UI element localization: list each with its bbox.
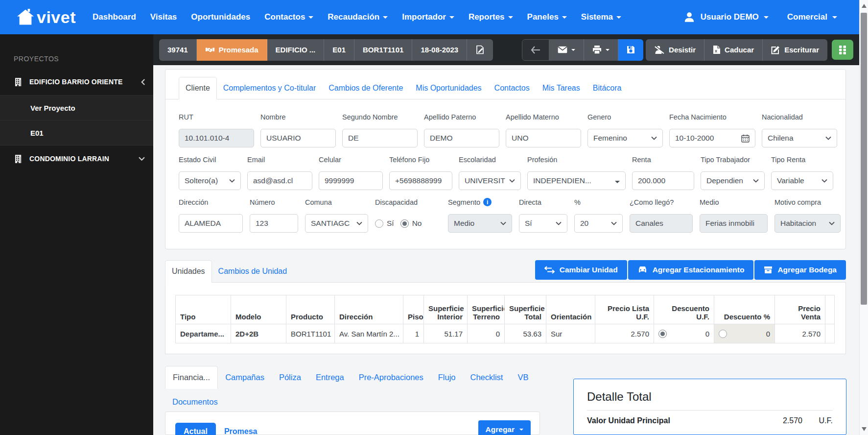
nombre-input[interactable]: USUARIO <box>260 129 336 147</box>
genero-select[interactable]: Femenino <box>587 129 663 147</box>
tel-fono-fijo-input[interactable]: +5698888999 <box>389 171 452 190</box>
nav-item-visitas[interactable]: Visitas <box>150 12 177 22</box>
comuna-select[interactable]: SANTIAGC <box>305 214 368 233</box>
sidebar-project-1[interactable]: EDIFICIO BARRIO ORIENTE <box>0 69 153 95</box>
desistir-button[interactable]: Desistir <box>646 39 704 61</box>
tab-checklist[interactable]: Checklist <box>463 366 511 388</box>
agregar-estacionamiento-button[interactable]: Agregar Estacionamiento <box>628 260 754 280</box>
sidebar-item-ver-proyecto[interactable]: Ver Proyecto <box>0 96 153 121</box>
tipo-trabajador-select[interactable]: Dependien <box>701 171 765 190</box>
medio-input[interactable]: Ferias inmobili <box>700 214 768 233</box>
%-select[interactable]: 20 <box>574 214 623 233</box>
tab-entrega[interactable]: Entrega <box>308 366 352 388</box>
rut-input[interactable]: 10.101.010-4 <box>179 129 254 147</box>
apellido-materno-input[interactable]: UNO <box>506 129 581 147</box>
tab-complementos-y-co-titular[interactable]: Complementos y Co-titular <box>217 77 322 99</box>
motivo-compra-select[interactable]: Habitacion <box>774 214 841 233</box>
unit-cell: 51.17 <box>424 324 468 343</box>
nav-item-importador[interactable]: Importador <box>402 12 454 22</box>
escolaridad-select[interactable]: UNIVERSIT <box>459 171 521 190</box>
toolbar-segment-39741[interactable]: 39741 <box>159 39 197 61</box>
unit-row[interactable]: Departame...2D+2BBOR1T1101Av. San Martín… <box>176 324 835 343</box>
nav-item-reportes[interactable]: Reportes <box>469 12 513 22</box>
toolbar-edit-button[interactable] <box>467 39 493 61</box>
como-lleg-input[interactable]: Canales <box>630 214 693 233</box>
pill-promesa[interactable]: Promesa <box>216 423 266 435</box>
page-scrollbar[interactable] <box>859 0 868 435</box>
tab-pre-aprobaciones[interactable]: Pre-Aprobaciones <box>352 366 431 388</box>
tab-mis-tareas[interactable]: Mis Tareas <box>536 77 586 99</box>
field-value: ALAMEDA <box>185 219 237 228</box>
segundo-nombre-input[interactable]: DE <box>342 129 418 147</box>
agregar-bodega-button[interactable]: Agregar Bodega <box>754 260 846 280</box>
caducar-button[interactable]: xCaducar <box>704 39 763 61</box>
apps-button[interactable] <box>832 40 853 60</box>
discapacidad-radio-no[interactable] <box>400 219 409 228</box>
sidebar-project-2[interactable]: CONDOMINIO LARRAIN <box>0 145 153 172</box>
tab-cambios-de-unidad[interactable]: Cambios de Unidad <box>212 261 294 282</box>
tab-p-liza[interactable]: Póliza <box>272 366 308 388</box>
tipo-renta-select[interactable]: Variable <box>771 171 833 190</box>
nacionalidad-select[interactable]: Chilena <box>762 129 837 147</box>
escriturar-button[interactable]: Escriturar <box>763 39 827 61</box>
apellido-paterno-input[interactable]: DEMO <box>424 129 499 147</box>
tab-campa-as[interactable]: Campañas <box>218 366 272 388</box>
field-value: 9999999 <box>325 176 377 185</box>
cambiar-unidad-button[interactable]: Cambiar Unidad <box>535 260 627 280</box>
segmento-select[interactable]: Medio <box>448 214 512 233</box>
email-button[interactable] <box>549 39 584 61</box>
celular-input[interactable]: 9999999 <box>319 171 383 190</box>
n-mero-input[interactable]: 123 <box>250 214 298 233</box>
nav-item-paneles[interactable]: Paneles <box>527 12 567 22</box>
nav-item-dashboard[interactable]: Dashboard <box>93 12 136 22</box>
field-value: Variable <box>777 176 820 185</box>
tab-documentos[interactable]: Documentos <box>165 394 225 410</box>
tab-bit-cora[interactable]: Bitácora <box>586 77 628 99</box>
tab-financia-[interactable]: Financia... <box>165 366 218 389</box>
direcci-n-input[interactable]: ALAMEDA <box>179 214 243 233</box>
user-menu[interactable]: Usuario DEMO <box>683 11 769 24</box>
calendar-icon[interactable] <box>739 134 750 143</box>
agregar-button[interactable]: Agregar <box>478 420 531 435</box>
discount-radio[interactable] <box>658 330 667 338</box>
sidebar-item-e01[interactable]: E01 <box>0 121 153 145</box>
tab-mis-oportunidades[interactable]: Mis Oportunidades <box>409 77 488 99</box>
toolbar-segment-bor1t1101[interactable]: BOR1T1101 <box>354 39 412 61</box>
tab-cambios-de-oferente[interactable]: Cambios de Oferente <box>322 77 409 99</box>
tab-vb[interactable]: VB <box>510 366 536 388</box>
nav-item-sistema[interactable]: Sistema <box>581 12 621 22</box>
chevron-down-icon <box>508 16 513 19</box>
pill-actual[interactable]: Actual <box>175 423 216 435</box>
scroll-up-icon[interactable] <box>862 4 867 8</box>
toolbar-segment-18-08-2023[interactable]: 18-08-2023 <box>412 39 467 61</box>
email-input[interactable]: asd@asd.cl <box>247 171 312 190</box>
back-button[interactable] <box>522 39 549 61</box>
discapacidad-radio-sí[interactable] <box>375 219 383 228</box>
print-button[interactable] <box>584 39 618 61</box>
nav-item-label: Oportunidades <box>191 12 250 22</box>
fecha-nacimiento-input[interactable]: 10-10-2000 <box>669 129 755 147</box>
profesi-n-select[interactable]: INDEPENDIEN... <box>527 171 626 190</box>
nav-item-oportunidades[interactable]: Oportunidades <box>191 12 250 22</box>
scroll-down-icon[interactable] <box>862 427 867 431</box>
segment-label: BOR1T1101 <box>363 46 403 54</box>
directa-select[interactable]: Sí <box>519 214 567 233</box>
toolbar-segment-e01[interactable]: E01 <box>324 39 354 61</box>
brand-logo[interactable]: vivet <box>16 8 76 27</box>
nav-item-recaudaci-n[interactable]: Recaudación <box>328 12 388 22</box>
toolbar-segment-edificio-[interactable]: EDIFICIO ... <box>267 39 325 61</box>
toolbar-segment-promesada[interactable]: Promesada <box>197 39 267 61</box>
tab-flujo[interactable]: Flujo <box>431 366 463 388</box>
scrollbar-thumb[interactable] <box>861 13 867 305</box>
renta-input[interactable]: 200.000 <box>632 171 694 190</box>
field-label: Celular <box>319 155 383 164</box>
estado-civil-select[interactable]: Soltero(a) <box>179 171 241 190</box>
tab-cliente[interactable]: Cliente <box>179 77 217 99</box>
nav-item-contactos[interactable]: Contactos <box>264 12 313 22</box>
tab-unidades[interactable]: Unidades <box>165 260 212 283</box>
role-menu[interactable]: Comercial <box>787 12 837 22</box>
tab-contactos[interactable]: Contactos <box>488 77 536 99</box>
discount-radio[interactable] <box>719 330 727 338</box>
info-icon[interactable]: i <box>483 198 492 206</box>
save-button[interactable] <box>618 39 643 61</box>
